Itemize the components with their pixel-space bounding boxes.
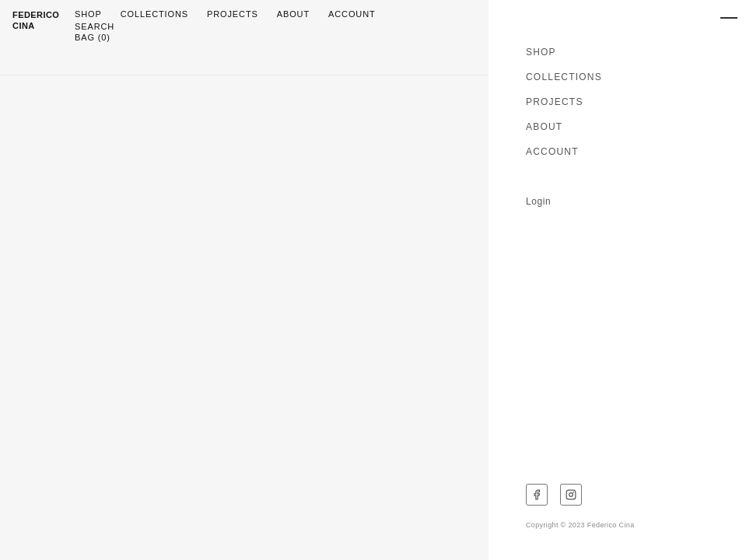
instagram-icon[interactable] <box>560 484 582 506</box>
nav-bag[interactable]: BAG (0) <box>75 33 376 42</box>
close-icon[interactable] <box>720 17 737 19</box>
nav-account[interactable]: ACCOUNT <box>328 9 376 19</box>
svg-rect-0 <box>566 490 576 499</box>
facebook-icon[interactable] <box>526 484 548 506</box>
social-links <box>526 484 753 506</box>
side-menu-account[interactable]: ACCOUNT <box>526 146 753 157</box>
svg-point-2 <box>573 492 574 493</box>
side-menu-login[interactable]: Login <box>526 196 753 207</box>
main-nav: SHOP COLLECTIONS PROJECTS ABOUT ACCOUNT … <box>75 9 376 42</box>
nav-shop[interactable]: SHOP <box>75 9 102 19</box>
side-menu-shop[interactable]: SHOP <box>526 47 753 58</box>
copyright-text: Copyright © 2023 Federico Cina <box>526 521 753 529</box>
brand-name[interactable]: FEDERICO CINA <box>12 9 75 32</box>
side-menu-projects[interactable]: PROJECTS <box>526 96 753 107</box>
menu-overlay[interactable] <box>0 0 490 560</box>
svg-point-1 <box>569 493 573 497</box>
nav-about[interactable]: ABOUT <box>277 9 310 19</box>
nav-projects[interactable]: PROJECTS <box>207 9 258 19</box>
nav-collections[interactable]: COLLECTIONS <box>121 9 188 19</box>
nav-top-row: SHOP COLLECTIONS PROJECTS ABOUT ACCOUNT <box>75 9 376 19</box>
side-menu-about[interactable]: ABOUT <box>526 121 753 132</box>
side-menu-panel: SHOP COLLECTIONS PROJECTS ABOUT ACCOUNT … <box>489 0 753 560</box>
nav-secondary-row: SEARCH BAG (0) <box>75 22 376 42</box>
nav-search[interactable]: SEARCH <box>75 22 376 31</box>
side-menu-nav: SHOP COLLECTIONS PROJECTS ABOUT ACCOUNT <box>526 47 753 157</box>
side-menu-collections[interactable]: COLLECTIONS <box>526 72 753 82</box>
